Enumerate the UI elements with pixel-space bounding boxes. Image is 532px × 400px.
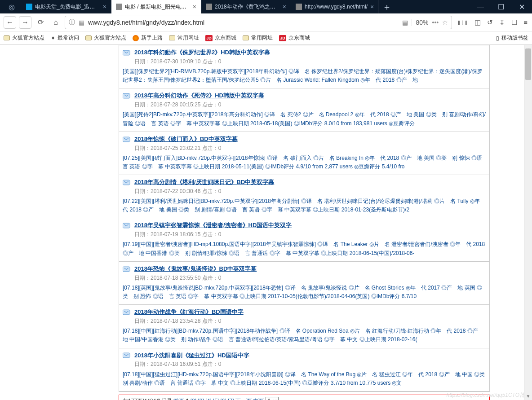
- movie-desc: [07.22][美国][塔利/厌世妈咪日记]BD-mkv.720p.中英双字][…: [123, 197, 486, 214]
- new-tab-button[interactable]: ＋: [379, 0, 395, 13]
- home-button[interactable]: ⌂: [49, 16, 62, 29]
- movie-desc: [美国][死侍2]BD-mkv.720p.中英双字][2018年高分科幻动作] …: [123, 110, 486, 127]
- movie-title-link[interactable]: 2018年高分科幻动作《死侍2》HD韩版中英双字幕: [134, 91, 264, 101]
- back-button[interactable]: ←: [4, 16, 16, 29]
- movie-row: 2018年动作战争《红海行动》BD国语中字日期：2018-07-18 23:54…: [119, 305, 490, 348]
- maximize-button[interactable]: ☐: [491, 0, 511, 13]
- scrollbar[interactable]: ▲ ▼: [524, 45, 532, 400]
- movie-meta: 日期：2018-07-19 18:06:15 点击：0: [134, 230, 486, 239]
- movie-desc: [07.18][英国][鬼故事/鬼谈怪说]BD-mkv.720p.中英双字][2…: [123, 284, 486, 301]
- bookmark-item[interactable]: 常用网址: [243, 34, 273, 42]
- movie-row: 2018年吴镇宇张智霖惊悚《泄密者/洩密者》HD国语中英双字日期：2018-07…: [119, 218, 490, 261]
- tab-label: http://www.ygdy8.net/html/: [305, 4, 368, 10]
- movie-title-link[interactable]: 2018年小沈阳喜剧《猛虫过江》HD国语中字: [134, 351, 249, 360]
- page-link[interactable]: [2]: [191, 398, 198, 400]
- movie-icon: [123, 179, 131, 186]
- movie-title-link[interactable]: 2018年科幻動作《侏罗纪世界2》HD韩版中英双字幕: [134, 48, 270, 57]
- movie-title-link[interactable]: 2018年高分剧情《塔利/厌世妈咪日记》BD中英双字幕: [134, 178, 274, 187]
- page-select[interactable]: 1: [266, 397, 279, 400]
- bookmark-item[interactable]: 新手上路: [133, 34, 163, 42]
- close-icon[interactable]: ×: [103, 3, 106, 10]
- sidebar-icon[interactable]: ◫: [474, 18, 481, 26]
- movie-icon: [123, 92, 131, 99]
- movie-icon: [123, 222, 131, 229]
- movie-meta: 日期：2018-07-25 23:02:21 点击：0: [134, 144, 486, 153]
- page-link[interactable]: [3]: [198, 398, 205, 400]
- zoom-level[interactable]: 80%: [412, 19, 428, 26]
- forward-button[interactable]: →: [19, 16, 31, 29]
- site-info-icon[interactable]: ⓘ: [69, 18, 75, 26]
- tab-label: 电影天堂_免费电影_迅雷电: [35, 3, 100, 11]
- tab-2[interactable]: 2018年动作《黄飞鸿之南北英 ×: [201, 0, 291, 13]
- movie-desc: [07.18][中国][猛虫过江][HD-mkv.720p.国语中字][2018…: [123, 370, 486, 387]
- movie-title-link[interactable]: 2018年惊悚《破门而入》BD中英双字幕: [134, 135, 238, 144]
- new-tab-globe[interactable]: ◎: [2, 0, 22, 13]
- reader-mode-icon[interactable]: ▤: [402, 19, 408, 26]
- movie-icon: [123, 352, 131, 359]
- page-last[interactable]: 末页: [253, 398, 264, 400]
- bookmark-item[interactable]: 常用网址: [169, 34, 199, 42]
- movie-title-link[interactable]: 2018年动作战争《红海行动》BD国语中字: [134, 308, 244, 317]
- sync-icon[interactable]: ☐: [511, 18, 517, 26]
- downloads-icon[interactable]: ↧: [499, 18, 505, 26]
- bookmark-item[interactable]: JD京东商城: [279, 34, 310, 42]
- movie-meta: 日期：2018-07-22 00:30:46 点击：0: [134, 187, 486, 196]
- movie-row: 2018年小沈阳喜剧《猛虫过江》HD国语中字日期：2018-07-18 16:0…: [119, 348, 490, 391]
- page-link[interactable]: [5]: [213, 398, 221, 400]
- page-current: 1: [186, 398, 189, 400]
- reload-button[interactable]: ⟳: [34, 16, 47, 29]
- menu-icon[interactable]: ≡: [523, 18, 528, 26]
- tracking-icon[interactable]: ▦: [79, 19, 84, 26]
- content-area: 2018年科幻動作《侏罗纪世界2》HD韩版中英双字幕日期：2018-07-30 …: [0, 45, 532, 400]
- toolbar: ← → ⟳ ⌂ ⓘ ▦ ▤ 80% ••• ☆ ⫿⫿⫿ ◫ ↺ ↧ ☐ ≡: [0, 13, 532, 31]
- tab-3[interactable]: http://www.ygdy8.net/html/ ×: [291, 0, 379, 13]
- movie-desc: [美国][侏罗纪世界2][HD-RMVB.720p.韩版中英双字][2018年科…: [123, 67, 486, 84]
- tab-label: 电影 / 最新电影_阳光电影-迅: [125, 3, 190, 11]
- movie-title-link[interactable]: 2018年吴镇宇张智霖惊悚《泄密者/洩密者》HD国语中英双字: [134, 221, 292, 230]
- bookmark-item[interactable]: JD京东商城: [205, 34, 236, 42]
- watermark: https://blog.csdn.net/qq51CTO博客: [446, 391, 530, 399]
- page-link[interactable]: [7]: [228, 398, 235, 400]
- page-actions-icon[interactable]: •••: [432, 19, 439, 26]
- movie-meta: 日期：2018-07-18 16:09:51 点击：0: [134, 360, 486, 369]
- tab-strip: ◎ 电影天堂_免费电影_迅雷电 × 电影 / 最新电影_阳光电影-迅 × 201…: [0, 0, 470, 13]
- tab-label: 2018年动作《黄飞鸿之南北英: [215, 3, 280, 11]
- url-input[interactable]: [88, 19, 399, 26]
- mobile-bookmarks[interactable]: ▯移动版书签: [496, 34, 528, 42]
- movie-row: 2018年高分科幻动作《死侍2》HD韩版中英双字幕日期：2018-07-28 0…: [119, 88, 490, 132]
- bookmark-star-icon[interactable]: ☆: [442, 19, 448, 26]
- library-icon[interactable]: ⫿⫿⫿: [457, 18, 468, 26]
- page-first[interactable]: 首页: [173, 398, 184, 400]
- tab-1[interactable]: 电影 / 最新电影_阳光电影-迅 ×: [111, 0, 201, 13]
- scroll-down-icon[interactable]: ▼: [524, 392, 532, 400]
- bookmark-item[interactable]: ✦最常访问: [51, 34, 79, 42]
- minimize-button[interactable]: —: [470, 0, 491, 13]
- movie-meta: 日期：2018-07-28 00:15:25 点击：0: [134, 101, 486, 109]
- page-link[interactable]: [6]: [221, 398, 228, 400]
- scrollbar-thumb[interactable]: [525, 48, 531, 80]
- history-icon[interactable]: ↺: [487, 18, 493, 26]
- movie-row: 2018年高分剧情《塔利/厌世妈咪日记》BD中英双字幕日期：2018-07-22…: [119, 175, 490, 218]
- bookmarks-bar: 火狐官方站点 ✦最常访问 火狐官方站点 新手上路 常用网址 JD京东商城 常用网…: [0, 31, 532, 45]
- page-link[interactable]: [4]: [205, 398, 213, 400]
- movie-desc: [07.25][美国][破门而入]BD-mkv.720p.中英双字][2018年…: [123, 154, 486, 171]
- movie-meta: 日期：2018-07-18 23:54:28 点击：0: [134, 317, 486, 325]
- movie-icon: [123, 309, 131, 316]
- close-icon[interactable]: ×: [193, 3, 196, 10]
- close-window-button[interactable]: ✕: [511, 0, 532, 13]
- movie-icon: [123, 266, 131, 273]
- bookmark-item[interactable]: 火狐官方站点: [85, 34, 126, 42]
- movie-meta: 日期：2018-07-30 10:09:10 点击：0: [134, 57, 486, 66]
- movie-desc: [07.19][中国][泄密者/洩密者][HD-mp4.1080p.国语中字][…: [123, 240, 486, 257]
- jd-icon: JD: [279, 35, 286, 41]
- page-next[interactable]: 下一页: [235, 398, 252, 400]
- url-bar[interactable]: ⓘ ▦ ▤ 80% ••• ☆: [65, 16, 452, 29]
- movie-row: 2018年恐怖《鬼故事/鬼谈怪说》BD中英双字幕日期：2018-07-18 23…: [119, 262, 490, 305]
- close-icon[interactable]: ×: [370, 3, 374, 10]
- movie-title-link[interactable]: 2018年恐怖《鬼故事/鬼谈怪说》BD中英双字幕: [134, 264, 257, 274]
- tab-0[interactable]: 电影天堂_免费电影_迅雷电 ×: [22, 0, 111, 13]
- bookmark-item[interactable]: 火狐官方站点: [4, 34, 44, 42]
- close-icon[interactable]: ×: [283, 3, 286, 10]
- movie-row: 2018年惊悚《破门而入》BD中英双字幕日期：2018-07-25 23:02:…: [119, 132, 490, 175]
- movie-icon: [123, 136, 131, 143]
